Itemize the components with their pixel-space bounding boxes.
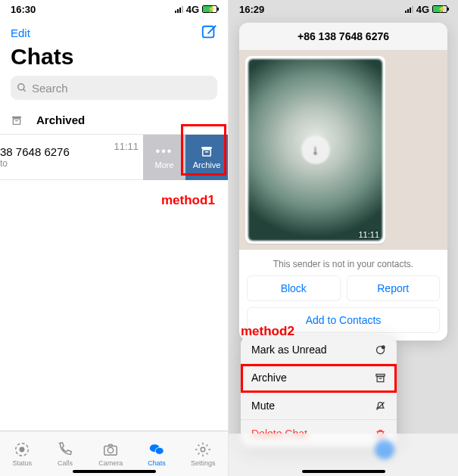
edit-button[interactable]: Edit (11, 26, 30, 39)
menu-mute[interactable]: Mute (241, 392, 397, 420)
context-menu: Mark as Unread Archive Mute Delete Chat (241, 336, 397, 447)
camera-icon (102, 441, 119, 458)
search-placeholder: Search (32, 82, 68, 95)
swipe-archive-button[interactable]: Archive (185, 135, 228, 180)
phone-icon (57, 441, 73, 458)
tab-label: Calls (58, 459, 73, 467)
more-icon: ••• (156, 145, 173, 158)
compose-icon[interactable] (201, 24, 217, 41)
preview-title: +86 138 7648 6276 (239, 23, 447, 50)
archived-label: Archived (36, 114, 85, 126)
clock: 16:29 (239, 4, 264, 15)
archive-icon (11, 114, 23, 126)
svg-rect-7 (205, 151, 209, 153)
left-screenshot: 16:30 4G ⚡ Edit Chats Search Archived (0, 0, 229, 476)
signal-icon (405, 6, 413, 13)
clock: 16:30 (11, 4, 36, 15)
tab-label: Status (13, 459, 33, 467)
home-indicator (73, 470, 156, 473)
battery-icon: ⚡ (202, 5, 217, 13)
swipe-more-label: More (154, 160, 173, 170)
archive-icon (200, 145, 213, 158)
annotation-label: method1 (161, 193, 215, 208)
unread-icon (375, 344, 386, 356)
sender-notice: This sender is not in your contacts. (239, 250, 447, 275)
home-indicator (302, 470, 385, 473)
gear-icon (195, 441, 211, 458)
mute-icon (375, 400, 386, 412)
svg-rect-4 (15, 120, 18, 121)
network-label: 4G (186, 4, 199, 15)
tab-chats[interactable]: Chats (148, 441, 166, 467)
menu-mark-unread[interactable]: Mark as Unread (241, 336, 397, 364)
block-button[interactable]: Block (247, 275, 341, 301)
menu-label: Mute (251, 400, 275, 412)
tab-camera[interactable]: Camera (98, 441, 123, 467)
download-icon[interactable]: ↓ (301, 135, 330, 164)
svg-rect-0 (203, 26, 214, 38)
swipe-more-button[interactable]: ••• More (143, 135, 185, 180)
search-input[interactable]: Search (11, 76, 217, 100)
chat-time: 11:11 (114, 141, 139, 152)
chat-subtitle: to (0, 158, 114, 169)
message-time: 11:11 (358, 230, 379, 239)
message-bubble[interactable]: ↓ 11:11 (245, 56, 385, 244)
signal-icon (175, 6, 183, 13)
report-button[interactable]: Report (347, 275, 441, 301)
svg-rect-17 (376, 374, 385, 376)
tab-label: Settings (191, 459, 216, 467)
status-bar: 16:30 4G ⚡ (0, 0, 228, 18)
menu-label: Archive (251, 372, 287, 384)
svg-point-13 (155, 447, 164, 454)
tab-label: Camera (98, 459, 123, 467)
svg-rect-3 (13, 119, 20, 124)
tab-calls[interactable]: Calls (57, 441, 73, 467)
tab-settings[interactable]: Settings (191, 441, 216, 467)
svg-rect-6 (203, 150, 211, 156)
chat-preview-card: +86 138 7648 6276 ↓ 11:11 This sender is… (239, 23, 447, 341)
chat-row[interactable]: 38 7648 6276 to 11:11 ••• More Archive (0, 135, 228, 180)
search-icon (17, 82, 27, 93)
blurred-image: ↓ (248, 59, 382, 241)
chats-icon (148, 441, 165, 458)
svg-point-14 (201, 447, 205, 452)
svg-rect-5 (201, 147, 212, 149)
menu-label: Mark as Unread (251, 344, 327, 356)
right-screenshot: 16:29 4G ⚡ +86 138 7648 6276 ↓ 11:11 Thi… (229, 0, 458, 476)
svg-point-9 (20, 447, 25, 452)
tab-bar: Status Calls Camera Chats Settings (0, 431, 228, 476)
tab-label: Chats (148, 459, 166, 467)
menu-archive[interactable]: Archive (241, 364, 397, 392)
svg-point-11 (108, 447, 114, 453)
svg-point-1 (18, 84, 24, 90)
network-label: 4G (416, 4, 429, 15)
page-title: Chats (0, 41, 228, 76)
svg-rect-18 (377, 376, 384, 381)
archive-icon (375, 372, 386, 384)
svg-rect-2 (12, 116, 21, 118)
archived-row[interactable]: Archived (0, 106, 228, 135)
chat-name: 38 7648 6276 (0, 145, 114, 158)
battery-icon: ⚡ (432, 5, 447, 13)
svg-point-16 (382, 345, 385, 348)
swipe-archive-label: Archive (193, 160, 221, 170)
blurred-chats-tab (375, 440, 394, 459)
status-bar: 16:29 4G ⚡ (229, 0, 458, 18)
tab-status[interactable]: Status (13, 441, 33, 467)
status-icon (14, 441, 30, 458)
